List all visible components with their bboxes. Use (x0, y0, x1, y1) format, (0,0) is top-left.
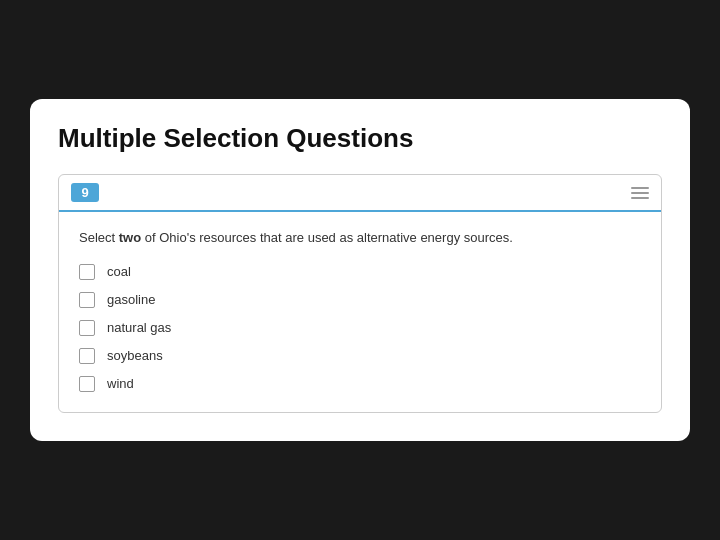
question-body: Select two of Ohio's resources that are … (59, 212, 661, 412)
option-label-soybeans: soybeans (107, 348, 163, 363)
hamburger-menu-icon[interactable] (631, 187, 649, 199)
list-item[interactable]: natural gas (79, 320, 641, 336)
question-text-suffix: of Ohio's resources that are used as alt… (141, 230, 513, 245)
checkbox-coal[interactable] (79, 264, 95, 280)
hamburger-line-2 (631, 192, 649, 194)
list-item[interactable]: coal (79, 264, 641, 280)
hamburger-line-1 (631, 187, 649, 189)
question-text-prefix: Select (79, 230, 119, 245)
checkbox-gasoline[interactable] (79, 292, 95, 308)
list-item[interactable]: soybeans (79, 348, 641, 364)
option-label-gasoline: gasoline (107, 292, 155, 307)
checkbox-wind[interactable] (79, 376, 95, 392)
question-text-bold: two (119, 230, 141, 245)
question-text: Select two of Ohio's resources that are … (79, 228, 641, 248)
page-title: Multiple Selection Questions (58, 123, 662, 154)
option-label-wind: wind (107, 376, 134, 391)
checkbox-natural-gas[interactable] (79, 320, 95, 336)
checkbox-soybeans[interactable] (79, 348, 95, 364)
question-card: 9 Select two of Ohio's resources that ar… (58, 174, 662, 413)
outer-card: Multiple Selection Questions 9 Select tw… (30, 99, 690, 441)
list-item[interactable]: gasoline (79, 292, 641, 308)
question-number: 9 (71, 183, 99, 202)
list-item[interactable]: wind (79, 376, 641, 392)
option-label-coal: coal (107, 264, 131, 279)
hamburger-line-3 (631, 197, 649, 199)
question-header: 9 (59, 175, 661, 212)
option-label-natural-gas: natural gas (107, 320, 171, 335)
options-list: coal gasoline natural gas soybeans wind (79, 264, 641, 392)
